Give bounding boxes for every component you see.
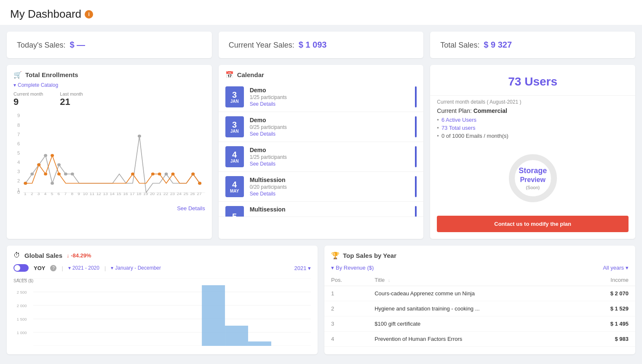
- table-row: 3 $100 gift certificate $ 1 495: [324, 316, 635, 332]
- svg-point-57: [158, 173, 161, 176]
- decline-badge: ↓ -84.29%: [67, 252, 91, 259]
- svg-point-50: [24, 182, 27, 185]
- svg-point-45: [71, 173, 74, 176]
- cal-item-info: Demo 1/25 participants See Details: [250, 146, 287, 167]
- svg-text:1 500: 1 500: [17, 317, 27, 321]
- svg-marker-85: [202, 285, 225, 346]
- table-row: 1 Cours-cadeau Apprenez comme un Ninja $…: [324, 286, 635, 301]
- cal-date-badge: 3 JAN: [225, 116, 244, 137]
- month-stats: Current month 9 Last month 21: [13, 91, 205, 107]
- users-count: 73 Users: [430, 65, 635, 95]
- svg-point-52: [44, 173, 47, 176]
- users-bullet-3: • 0 of 1000 Emails / month(s): [437, 133, 629, 139]
- svg-text:11: 11: [90, 192, 94, 195]
- total-sales-label: Total Sales:: [440, 41, 479, 49]
- current-month-label: Current month: [13, 91, 43, 96]
- svg-point-60: [198, 182, 201, 185]
- svg-point-53: [51, 154, 54, 157]
- last-month-value: 21: [60, 96, 83, 107]
- all-years-link[interactable]: All years ▾: [603, 265, 629, 271]
- svg-text:7: 7: [64, 192, 67, 195]
- svg-text:6: 6: [17, 142, 20, 146]
- svg-marker-87: [248, 342, 271, 346]
- cal-item-info: Demo 1/25 participants See Details: [250, 86, 287, 107]
- last-month-label: Last month: [60, 91, 83, 96]
- svg-text:19: 19: [143, 192, 148, 195]
- users-details-title: Current month details ( August-2021 ): [437, 99, 629, 105]
- table-row: 2 Hygiene and sanitation training - cook…: [324, 301, 635, 316]
- calendar-header: 📅 Calendar: [219, 65, 424, 82]
- calendar-list[interactable]: 3 JAN Demo 1/25 participants See Details…: [219, 82, 424, 217]
- by-revenue-link[interactable]: ▾ By Revenue ($): [331, 265, 374, 271]
- svg-text:1 000: 1 000: [17, 330, 27, 335]
- table-row: 4 Prevention of Human Factors Errors $ 9…: [324, 332, 635, 347]
- svg-text:14: 14: [110, 192, 115, 195]
- svg-point-41: [44, 154, 47, 157]
- col-pos: Pos.: [324, 274, 368, 286]
- yoy-help-icon[interactable]: ?: [50, 265, 56, 271]
- enrollments-chart: 9 8 7 6 5 4 3 2 1 1 2 3 4 5: [13, 111, 205, 195]
- global-sales-controls: YOY ? | ▾ 2021 - 2020 | ▾ January - Dece…: [7, 262, 318, 275]
- svg-text:12: 12: [96, 192, 101, 195]
- cart-icon: 🛒: [13, 71, 22, 79]
- donut-chart: Storage Preview (Soon): [506, 151, 560, 206]
- svg-point-42: [51, 182, 54, 185]
- enrollments-inner: ▾ Complete Catalog Current month 9 Last …: [7, 82, 212, 203]
- page-title: My Dashboard: [10, 8, 81, 21]
- svg-point-44: [64, 173, 67, 176]
- svg-text:5: 5: [51, 192, 54, 195]
- cal-date-badge: 3 JAN: [225, 86, 244, 107]
- cal-accent-bar: [415, 176, 417, 197]
- year-filter[interactable]: 2021 ▾: [294, 265, 311, 271]
- svg-marker-86: [225, 326, 248, 346]
- info-icon[interactable]: i: [85, 10, 93, 19]
- enrollments-see-details[interactable]: See Details: [7, 203, 212, 215]
- svg-point-39: [30, 173, 34, 176]
- svg-text:27: 27: [197, 192, 201, 195]
- cal-accent-bar: [415, 206, 417, 217]
- svg-text:4: 4: [17, 160, 20, 165]
- svg-text:3: 3: [37, 192, 40, 195]
- cal-date-badge: 4 MAY: [225, 176, 244, 197]
- cal-item-info: Multisession 0/20 participants See Detai…: [250, 176, 287, 197]
- total-sales-value: $ 9 327: [484, 40, 512, 49]
- svg-text:26: 26: [190, 192, 195, 195]
- catalog-link[interactable]: ▾ Complete Catalog: [13, 82, 205, 88]
- current-month-stat: Current month 9: [13, 91, 43, 107]
- svg-text:24: 24: [177, 192, 182, 195]
- svg-text:9: 9: [78, 192, 80, 195]
- svg-point-51: [37, 163, 40, 166]
- svg-text:4: 4: [44, 192, 47, 195]
- sort-icon[interactable]: ↓: [388, 278, 391, 283]
- enrollments-panel: 🛒 Total Enrollments ▾ Complete Catalog C…: [7, 65, 212, 239]
- svg-text:2: 2: [17, 179, 20, 183]
- donut-text: Storage Preview (Soon): [519, 166, 547, 190]
- yoy-toggle[interactable]: [13, 264, 29, 272]
- top-row: Today's Sales: $ — Current Year Sales: $…: [7, 32, 635, 58]
- svg-text:25: 25: [184, 192, 188, 195]
- svg-text:3: 3: [17, 169, 20, 174]
- current-year-sales-card: Current Year Sales: $ 1 093: [219, 32, 424, 58]
- trophy-icon: 🏆: [331, 252, 340, 260]
- calendar-item: 3 JAN Demo 1/25 participants See Details: [219, 82, 424, 112]
- bottom-row: ⏱ Global Sales ↓ -84.29% YOY ? | ▾ 2021 …: [7, 246, 635, 354]
- page-header: My Dashboard i: [0, 0, 642, 25]
- contact-btn[interactable]: Contact us to modify the plan: [437, 216, 629, 232]
- svg-point-46: [138, 135, 141, 138]
- calendar-icon: 📅: [225, 71, 234, 79]
- dashboard-grid: Today's Sales: $ — Current Year Sales: $…: [0, 25, 642, 361]
- svg-text:21: 21: [157, 192, 161, 195]
- storage-preview: Storage Preview (Soon): [430, 144, 635, 212]
- date-range-link[interactable]: ▾ January - December: [111, 265, 161, 271]
- clock-icon: ⏱: [13, 252, 20, 259]
- svg-text:1: 1: [24, 192, 27, 195]
- down-arrow-icon: ↓: [67, 252, 70, 259]
- top-sales-title: Top Sales by Year: [343, 252, 396, 259]
- year-range-link[interactable]: ▾ 2021 - 2020: [68, 265, 99, 271]
- users-details: Current month details ( August-2021 ) Cu…: [430, 95, 635, 144]
- users-bullet-2: • 73 Total users: [437, 125, 629, 131]
- users-bullet-1: • 6 Active Users: [437, 117, 629, 123]
- enrollments-header: 🛒 Total Enrollments: [7, 65, 212, 82]
- global-sales-title: Global Sales: [24, 252, 62, 259]
- total-sales-card: Total Sales: $ 9 327: [430, 32, 635, 58]
